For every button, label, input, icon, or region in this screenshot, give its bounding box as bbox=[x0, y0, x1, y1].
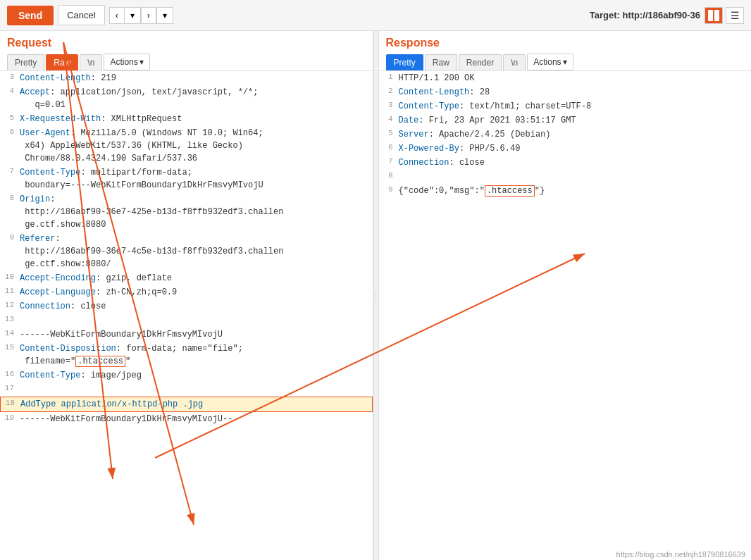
split-icon bbox=[707, 9, 720, 22]
code-line: 19 ------WebKitFormBoundary1DkHrFmsvyMIv… bbox=[0, 412, 373, 426]
line-content: Content-Type: image/jpeg bbox=[20, 369, 373, 382]
code-line: 1 HTTP/1.1 200 OK bbox=[379, 71, 752, 85]
tab-response-newline[interactable]: \n bbox=[503, 54, 526, 70]
line-content bbox=[399, 170, 752, 183]
line-number: 8 bbox=[0, 193, 20, 202]
line-number: 3 bbox=[0, 72, 20, 81]
tab-response-actions[interactable]: Actions ▾ bbox=[527, 54, 573, 70]
line-number: 11 bbox=[0, 286, 20, 295]
response-title: Response bbox=[386, 37, 745, 49]
line-number: 5 bbox=[379, 128, 399, 137]
line-number: 1 bbox=[379, 72, 399, 81]
code-line: 15 Content-Disposition: form-data; name=… bbox=[0, 342, 373, 368]
code-line: 9 {"code":0,"msg":".htaccess"} bbox=[379, 184, 752, 198]
line-number: 6 bbox=[0, 127, 20, 136]
actions-chevron-icon: ▾ bbox=[139, 57, 144, 67]
line-number: 7 bbox=[379, 156, 399, 166]
cancel-button[interactable]: Cancel bbox=[58, 5, 104, 25]
line-number: 5 bbox=[0, 113, 20, 122]
code-line: 8 bbox=[379, 170, 752, 184]
line-content: Content-Type: text/html; charset=UTF-8 bbox=[399, 100, 752, 113]
line-number: 10 bbox=[0, 272, 20, 281]
svg-rect-1 bbox=[714, 10, 719, 21]
line-number: 6 bbox=[379, 142, 399, 151]
code-line: 9 Referer: http://186abf90-36e7-4c5e-b13… bbox=[0, 232, 373, 271]
response-tab-bar: Pretty Raw Render \n Actions ▾ bbox=[386, 54, 745, 70]
line-number: 19 bbox=[0, 413, 20, 422]
code-line: 3 Content-Length: 219 bbox=[0, 71, 373, 85]
line-number: 4 bbox=[0, 86, 20, 95]
nav-back-button[interactable]: ‹ bbox=[109, 7, 124, 24]
code-line: 11 Accept-Language: zh-CN,zh;q=0.9 bbox=[0, 285, 373, 299]
code-line: 7 Content-Type: multipart/form-data; bou… bbox=[0, 166, 373, 192]
tab-response-raw[interactable]: Raw bbox=[425, 54, 457, 70]
code-line: 13 bbox=[0, 313, 373, 328]
line-content: {"code":0,"msg":".htaccess"} bbox=[399, 185, 752, 197]
menu-layout-icon[interactable]: ☰ bbox=[726, 7, 744, 24]
request-code-area[interactable]: 3 Content-Length: 219 4 Accept: applicat… bbox=[0, 71, 373, 560]
line-number: 17 bbox=[0, 383, 20, 392]
request-tab-bar: Pretty Raw \n Actions ▾ bbox=[7, 54, 366, 70]
line-content: Accept-Language: zh-CN,zh;q=0.9 bbox=[20, 286, 373, 299]
line-number: 16 bbox=[0, 369, 20, 378]
line-number: 9 bbox=[0, 232, 20, 242]
nav-fwd-button[interactable]: › bbox=[141, 7, 156, 24]
line-content: Content-Type: multipart/form-data; bound… bbox=[20, 166, 373, 192]
line-content: X-Powered-By: PHP/5.6.40 bbox=[399, 142, 752, 155]
code-line: 6 X-Powered-By: PHP/5.6.40 bbox=[379, 142, 752, 156]
code-line: 10 Accept-Encoding: gzip, deflate bbox=[0, 271, 373, 285]
send-button[interactable]: Send bbox=[7, 6, 54, 25]
code-line-highlighted: 18 AddType application/x-httpd-php .jpg bbox=[0, 397, 373, 412]
code-line: 17 bbox=[0, 382, 373, 397]
split-layout-icon[interactable] bbox=[705, 7, 723, 24]
tab-request-pretty[interactable]: Pretty bbox=[7, 54, 44, 70]
line-content: Content-Length: 219 bbox=[20, 72, 373, 85]
line-content: Content-Disposition: form-data; name="fi… bbox=[20, 342, 373, 368]
line-content: X-Requested-With: XMLHttpRequest bbox=[20, 113, 373, 125]
line-number: 13 bbox=[0, 314, 20, 323]
tab-request-raw[interactable]: Raw bbox=[46, 54, 78, 70]
code-line: 6 User-Agent: Mozilla/5.0 (Windows NT 10… bbox=[0, 126, 373, 166]
line-content: Referer: http://186abf90-36e7-4c5e-b13d-… bbox=[20, 232, 373, 270]
nav-fwd-dropdown-button[interactable]: ▾ bbox=[156, 7, 173, 24]
line-number: 18 bbox=[1, 398, 20, 407]
line-content: Connection: close bbox=[20, 300, 373, 313]
line-number: 12 bbox=[0, 300, 20, 309]
tab-request-newline[interactable]: \n bbox=[80, 54, 102, 70]
code-line: 12 Connection: close bbox=[0, 299, 373, 313]
main-container: Request Pretty Raw \n Actions ▾ 3 Conten… bbox=[0, 31, 751, 560]
code-line: 8 Origin: http://186abf90-36e7-425e-b13d… bbox=[0, 192, 373, 232]
response-code-area[interactable]: 1 HTTP/1.1 200 OK 2 Content-Length: 28 3… bbox=[379, 71, 752, 560]
line-content: Connection: close bbox=[399, 156, 752, 169]
line-content: ------WebKitFormBoundary1DkHrFmsvyMIvojU… bbox=[20, 413, 373, 425]
tab-response-pretty[interactable]: Pretty bbox=[386, 54, 423, 70]
line-number: 4 bbox=[379, 114, 399, 123]
line-number: 3 bbox=[379, 100, 399, 109]
response-panel-header: Response Pretty Raw Render \n Actions ▾ bbox=[379, 31, 752, 71]
line-content: Server: Apache/2.4.25 (Debian) bbox=[399, 128, 752, 141]
code-line: 5 Server: Apache/2.4.25 (Debian) bbox=[379, 127, 752, 142]
line-content: ------WebKitFormBoundary1DkHrFmsvyMIvojU bbox=[20, 328, 373, 341]
line-number: 14 bbox=[0, 328, 20, 337]
line-content: Accept: application/json, text/javascrip… bbox=[20, 86, 373, 111]
line-number: 15 bbox=[0, 342, 20, 351]
code-line: 16 Content-Type: image/jpeg bbox=[0, 368, 373, 382]
code-line: 4 Accept: application/json, text/javascr… bbox=[0, 85, 373, 112]
line-number: 8 bbox=[379, 170, 399, 180]
request-panel: Request Pretty Raw \n Actions ▾ 3 Conten… bbox=[0, 31, 373, 560]
tab-request-actions[interactable]: Actions ▾ bbox=[104, 54, 149, 70]
line-content: Content-Length: 28 bbox=[399, 86, 752, 99]
top-toolbar: Send Cancel ‹ ▾ › ▾ Target: http://186ab… bbox=[0, 0, 751, 31]
line-number: 9 bbox=[379, 185, 399, 194]
tab-response-render[interactable]: Render bbox=[459, 54, 502, 70]
line-content: AddType application/x-httpd-php .jpg bbox=[20, 398, 372, 411]
panel-divider[interactable]: · · · bbox=[373, 31, 379, 560]
line-content: HTTP/1.1 200 OK bbox=[399, 72, 752, 85]
line-content bbox=[20, 314, 373, 327]
code-line: 5 X-Requested-With: XMLHttpRequest bbox=[0, 112, 373, 126]
code-line: 3 Content-Type: text/html; charset=UTF-8 bbox=[379, 99, 752, 113]
response-actions-chevron-icon: ▾ bbox=[563, 57, 567, 67]
target-label: Target: http://186abf90-36 bbox=[590, 10, 700, 20]
nav-back-dropdown-button[interactable]: ▾ bbox=[124, 7, 141, 24]
nav-buttons: ‹ ▾ › ▾ bbox=[109, 7, 173, 24]
